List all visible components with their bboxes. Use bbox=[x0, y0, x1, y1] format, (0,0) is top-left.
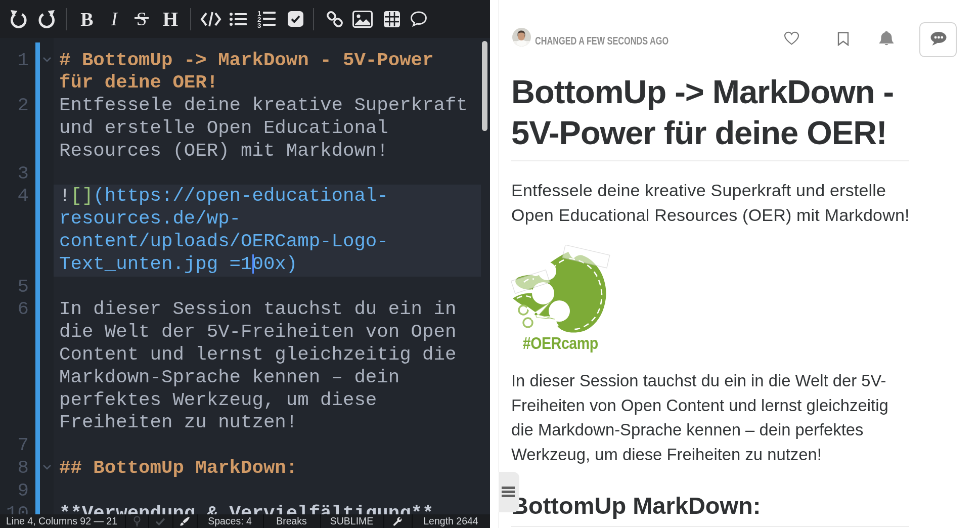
svg-text:3: 3 bbox=[257, 22, 261, 28]
